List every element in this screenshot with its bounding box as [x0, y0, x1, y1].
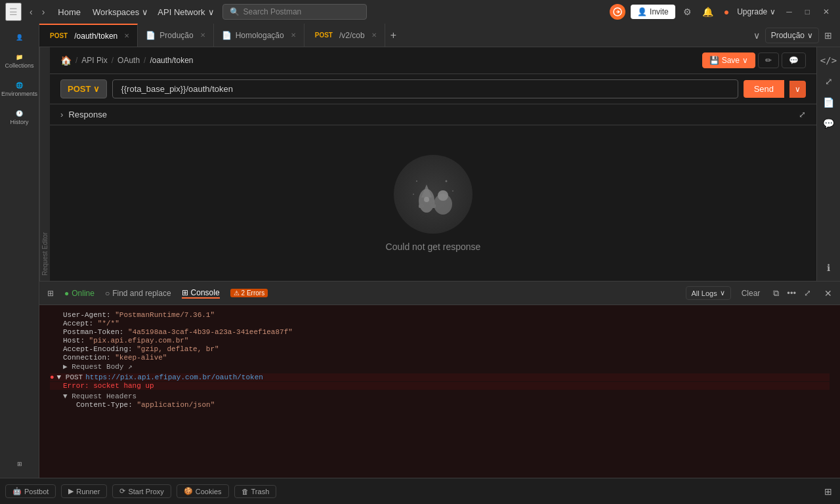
workspaces-chevron: ∨ — [142, 7, 148, 17]
response-collapse[interactable]: › — [60, 110, 63, 119]
comment-button[interactable]: 💬 — [782, 52, 806, 68]
trash-button[interactable]: 🗑 Trash — [234, 485, 277, 498]
doc-icon-right[interactable]: 📄 — [820, 94, 837, 110]
breadcrumb: 🏠 / API Pix / OAuth / /oauth/token 💾 Sav… — [50, 47, 816, 74]
more-icon[interactable]: ••• — [784, 287, 799, 300]
console-content-type: Content-Type: "application/json" — [50, 401, 830, 409]
tab-label: /oauth/token — [74, 32, 117, 41]
tab-homologacao[interactable]: 📄 Homologação ✕ — [214, 24, 304, 47]
console-error-line: ● ▼ POST https://pix.api.efipay.com.br/o… — [50, 373, 830, 381]
apps-icon: ⊞ — [17, 461, 22, 467]
breadcrumb-oauth[interactable]: OAuth — [117, 56, 140, 65]
clear-button[interactable]: Clear — [742, 289, 761, 298]
close-console-button[interactable]: ✕ — [824, 288, 832, 299]
find-icon: ○ — [105, 289, 110, 298]
search-bar[interactable]: 🔍 Search Postman — [222, 4, 367, 20]
menu-icon[interactable]: ☰ — [5, 3, 22, 21]
env-label: Produção — [771, 31, 805, 40]
response-expand-btn[interactable]: ⤢ — [799, 110, 806, 119]
sidebar-item-collections[interactable]: 📁 Collections — [0, 49, 39, 74]
forward-button[interactable]: › — [38, 4, 49, 20]
env-selector[interactable]: Produção ∨ — [765, 28, 819, 43]
env-chevron: ∨ — [807, 31, 813, 40]
edit-button[interactable]: ✏ — [758, 52, 779, 68]
layout-toggle[interactable]: ⊞ — [47, 289, 54, 298]
tabs-bar: POST /oauth/token ✕ 📄 Produção ✕ 📄 Homol… — [39, 24, 840, 47]
console-content: User-Agent: "PostmanRuntime/7.36.1" Acce… — [39, 305, 840, 478]
svg-rect-3 — [438, 204, 448, 211]
tab-close-oauth[interactable]: ✕ — [124, 32, 129, 39]
info-icon-right[interactable]: ℹ — [824, 260, 833, 276]
response-header: › Response ⤢ — [50, 104, 816, 125]
svg-rect-6 — [419, 204, 424, 208]
chat-icon-right[interactable]: 💬 — [820, 116, 837, 131]
close-button[interactable]: ✕ — [818, 5, 835, 19]
log-filter-select[interactable]: All Logs ∨ — [686, 286, 731, 300]
tab-oauth-token[interactable]: POST /oauth/token ✕ — [39, 24, 138, 47]
svg-rect-7 — [430, 204, 436, 208]
send-button[interactable]: Send — [744, 80, 784, 98]
minimize-button[interactable]: ─ — [781, 5, 797, 19]
breadcrumb-current: /oauth/token — [150, 56, 193, 65]
method-select[interactable]: POST ∨ — [60, 79, 107, 98]
taskbar-left: 🤖 Postbot ▶ Runner ⟳ Start Proxy 🍪 Cooki… — [5, 484, 276, 498]
taskbar-expand-button[interactable]: ⊞ — [822, 485, 835, 498]
svg-point-11 — [452, 190, 453, 192]
copy-icon[interactable]: ⧉ — [770, 287, 782, 300]
response-title: Response — [68, 110, 107, 119]
postbot-button[interactable]: 🤖 Postbot — [5, 484, 56, 498]
tabs-overflow-button[interactable]: ∨ — [751, 28, 763, 43]
code-icon[interactable]: </> — [818, 52, 839, 68]
find-replace-button[interactable]: ○ Find and replace — [105, 289, 171, 298]
console-line: Accept: "*/*" — [50, 320, 830, 327]
sidebar-item-apps[interactable]: ⊞ — [0, 455, 39, 472]
save-icon: 💾 — [709, 56, 719, 65]
console-req-headers-section[interactable]: ▼ Request Headers — [50, 392, 830, 400]
send-dropdown[interactable]: ∨ — [789, 81, 806, 98]
tab-producao[interactable]: 📄 Produção ✕ — [138, 24, 213, 47]
tab-close-producao[interactable]: ✕ — [200, 32, 205, 39]
tab-close-v2cob[interactable]: ✕ — [371, 32, 377, 39]
invite-icon: 👤 — [637, 7, 647, 16]
settings-icon[interactable]: ⚙ — [681, 4, 694, 20]
request-container: Request Editor 🏠 / API Pix / OAuth / /oa… — [39, 47, 840, 281]
sidebar-item-history[interactable]: 🕐 History — [0, 105, 39, 131]
tab-close-homologacao[interactable]: ✕ — [291, 32, 296, 39]
api-network-menu[interactable]: API Network ∨ — [155, 7, 217, 17]
url-input[interactable] — [112, 79, 738, 98]
tab-v2cob[interactable]: POST /v2/cob ✕ — [304, 24, 385, 47]
maximize-panel-icon[interactable]: ⤢ — [822, 74, 835, 89]
new-tab-button[interactable]: + — [385, 30, 402, 41]
request-editor-sidebar[interactable]: Request Editor — [39, 47, 50, 281]
titlebar-right: 👤 Invite ⚙ 🔔 ● Upgrade ∨ ─ □ ✕ — [610, 4, 835, 20]
layout-icon[interactable]: ⊞ — [822, 28, 835, 43]
console-line: Connection: "keep-alive" — [50, 354, 830, 362]
postman-interceptor-icon[interactable]: ● — [721, 4, 732, 20]
edit-icon: ✏ — [765, 56, 772, 65]
console-tab[interactable]: ⊞ Console — [182, 288, 220, 299]
error-dot-icon: ● — [50, 373, 54, 381]
save-button[interactable]: 💾 Save ∨ — [702, 52, 755, 68]
back-button[interactable]: ‹ — [26, 4, 37, 20]
home-link[interactable]: Home — [52, 7, 86, 17]
save-chevron: ∨ — [742, 56, 748, 65]
upgrade-button[interactable]: Upgrade ∨ — [737, 7, 776, 16]
maximize-button[interactable]: □ — [800, 5, 815, 19]
console-label: Console — [191, 288, 220, 297]
notifications-icon[interactable]: 🔔 — [700, 4, 716, 20]
breadcrumb-api-pix[interactable]: API Pix — [81, 56, 107, 65]
cookies-button[interactable]: 🍪 Cookies — [177, 484, 229, 498]
sidebar-item-new[interactable]: 👤 — [0, 29, 39, 46]
online-status[interactable]: ● Online — [64, 289, 94, 298]
svg-point-12 — [413, 194, 414, 195]
titlebar-left: ☰ ‹ › Home Workspaces ∨ API Network ∨ — [5, 3, 217, 21]
console-request-body[interactable]: ▶ Request Body ↗ — [50, 362, 830, 371]
sidebar-item-environments[interactable]: 🌐 Environments — [0, 77, 39, 102]
expand-console-icon[interactable]: ⤢ — [801, 287, 814, 300]
response-body: Could not get response — [50, 125, 816, 281]
console-line: Accept-Encoding: "gzip, deflate, br" — [50, 345, 830, 353]
invite-button[interactable]: 👤 Invite — [631, 5, 675, 19]
start-proxy-button[interactable]: ⟳ Start Proxy — [112, 484, 171, 498]
runner-button[interactable]: ▶ Runner — [61, 484, 107, 498]
workspaces-menu[interactable]: Workspaces ∨ — [90, 7, 151, 17]
